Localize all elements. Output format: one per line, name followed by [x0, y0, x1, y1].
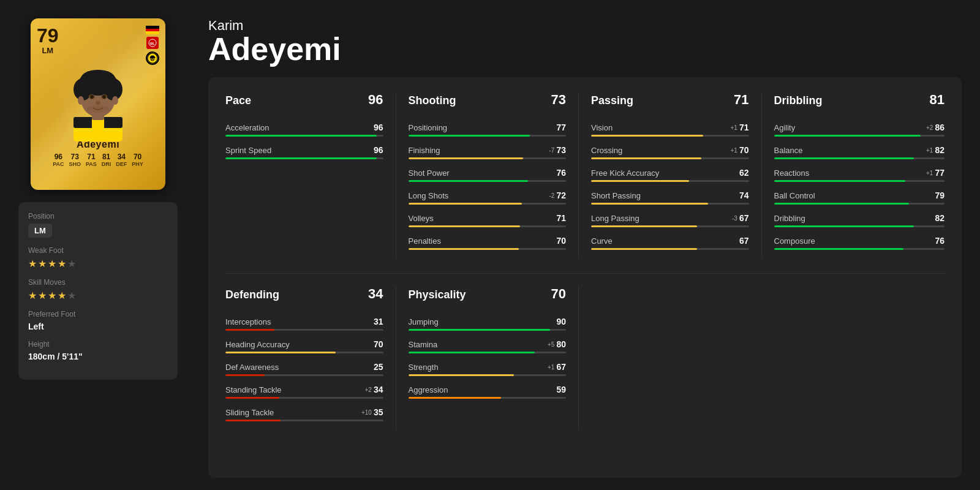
stat-value-group-shooting-0: 77 — [556, 123, 566, 132]
stat-num-passing-5: 67 — [739, 236, 749, 246]
height-value: 180cm / 5'11" — [28, 352, 168, 361]
svg-point-24 — [78, 96, 84, 105]
stat-num-physicality-0: 90 — [556, 317, 566, 326]
stat-num-physicality-2: 67 — [556, 362, 566, 372]
stat-bar-bg-pace-1 — [225, 157, 383, 159]
position-label: Position — [28, 212, 168, 221]
stat-bar-fill-defending-2 — [225, 374, 265, 376]
stat-row-defending-4: Sliding Tackle+1035 — [225, 407, 383, 417]
stat-name-dribbling-1: Balance — [774, 146, 803, 155]
stat-row-shooting-5: Penalties70 — [409, 236, 567, 246]
stat-bar-bg-defending-3 — [225, 397, 383, 399]
stat-item-shooting-1: Finishing-773 — [409, 145, 567, 159]
category-name-physicality: Physicality — [409, 288, 466, 301]
stat-bar-bg-dribbling-4 — [774, 225, 945, 227]
category-header-dribbling: Dribbling81 — [774, 92, 945, 113]
player-name-header: Karim Adeyemi — [208, 18, 962, 65]
stat-badge-defending-4: +10 — [361, 409, 372, 416]
preferred-foot-value: Left — [28, 322, 168, 331]
stat-name-passing-0: Vision — [591, 123, 612, 132]
stat-badge-passing-1: +1 — [731, 147, 737, 154]
stat-bar-bg-physicality-2 — [409, 374, 567, 376]
stat-row-pace-0: Acceleration96 — [225, 123, 383, 132]
stat-name-passing-3: Short Passing — [591, 191, 641, 200]
empty-col-1 — [591, 286, 762, 430]
stat-name-dribbling-0: Agility — [774, 123, 796, 132]
stat-bar-fill-passing-3 — [591, 203, 708, 205]
stat-bar-fill-shooting-2 — [409, 180, 529, 182]
card-rating-number: 79 — [37, 26, 59, 45]
stat-value-group-shooting-3: -272 — [549, 190, 566, 200]
stat-item-shooting-2: Shot Power76 — [409, 168, 567, 182]
stat-badge-dribbling-1: +1 — [926, 147, 933, 154]
stat-bar-fill-passing-5 — [591, 248, 697, 250]
category-value-shooting: 73 — [551, 92, 566, 108]
svg-text:BL: BL — [150, 42, 155, 45]
stat-item-dribbling-5: Composure76 — [774, 236, 945, 250]
stat-item-defending-1: Heading Accuracy70 — [225, 339, 383, 353]
stat-item-passing-3: Short Passing74 — [591, 190, 749, 205]
card-stat-dri: 81 DRI — [102, 153, 111, 167]
stat-bar-fill-pace-1 — [225, 157, 377, 159]
player-last-name: Adeyemi — [208, 33, 962, 65]
stat-item-shooting-3: Long Shots-272 — [409, 190, 567, 205]
stat-bar-fill-dribbling-3 — [774, 203, 909, 205]
stat-bar-fill-physicality-3 — [409, 397, 502, 399]
category-name-defending: Defending — [225, 288, 279, 301]
card-stat-pac: 96 PAC — [53, 153, 64, 167]
stat-bar-fill-defending-3 — [225, 397, 279, 399]
stat-name-physicality-0: Jumping — [409, 317, 439, 326]
stat-bar-fill-shooting-1 — [409, 157, 524, 159]
stat-name-defending-0: Interceptions — [225, 317, 271, 326]
svg-point-23 — [96, 101, 100, 105]
stat-value-group-defending-0: 31 — [374, 317, 383, 326]
stat-category-pace: Pace96Acceleration96Sprint Speed96 — [225, 92, 396, 258]
stat-bar-bg-pace-0 — [225, 135, 383, 137]
stat-badge-dribbling-0: +2 — [926, 124, 933, 131]
stat-item-defending-4: Sliding Tackle+1035 — [225, 407, 383, 421]
stat-name-defending-1: Heading Accuracy — [225, 340, 290, 349]
stat-value-group-passing-2: 62 — [739, 168, 749, 178]
category-name-pace: Pace — [225, 94, 251, 107]
stat-bar-fill-physicality-2 — [409, 374, 514, 376]
stat-bar-fill-dribbling-5 — [774, 248, 904, 250]
stat-name-dribbling-4: Dribbling — [774, 214, 805, 223]
stat-row-dribbling-3: Ball Control79 — [774, 190, 945, 200]
stat-row-pace-1: Sprint Speed96 — [225, 145, 383, 155]
stat-name-physicality-3: Aggression — [409, 385, 448, 394]
stat-row-dribbling-1: Balance+182 — [774, 145, 945, 155]
stat-name-shooting-1: Finishing — [409, 146, 440, 155]
stat-name-dribbling-3: Ball Control — [774, 191, 815, 200]
stat-value-group-passing-3: 74 — [739, 190, 749, 200]
stat-item-dribbling-1: Balance+182 — [774, 145, 945, 159]
stat-value-group-pace-0: 96 — [374, 123, 383, 132]
stat-row-shooting-2: Shot Power76 — [409, 168, 567, 178]
stat-value-group-defending-2: 25 — [374, 362, 383, 372]
stat-value-group-dribbling-0: +286 — [926, 123, 944, 132]
stat-bar-bg-passing-0 — [591, 135, 749, 137]
stat-value-group-passing-4: -367 — [732, 213, 748, 223]
category-value-defending: 34 — [368, 286, 383, 302]
stat-item-defending-0: Interceptions31 — [225, 317, 383, 331]
stat-category-passing: Passing71Vision+171Crossing+170Free Kick… — [591, 92, 762, 258]
stat-row-dribbling-0: Agility+286 — [774, 123, 945, 132]
category-value-pace: 96 — [368, 92, 383, 108]
card-header: 79 LM BL — [37, 26, 159, 65]
stat-num-pace-1: 96 — [374, 145, 383, 155]
stat-value-group-shooting-2: 76 — [556, 168, 566, 178]
category-header-shooting: Shooting73 — [409, 92, 567, 113]
stat-bar-bg-defending-2 — [225, 374, 383, 376]
stats-grid-bottom: Defending34Interceptions31Heading Accura… — [225, 273, 944, 430]
star-4: ★ — [58, 258, 66, 270]
stat-item-shooting-0: Positioning77 — [409, 123, 567, 137]
svg-point-22 — [102, 95, 106, 99]
stat-num-defending-0: 31 — [374, 317, 383, 326]
stat-bar-fill-physicality-1 — [409, 352, 535, 353]
stat-row-passing-0: Vision+171 — [591, 123, 749, 132]
stat-value-group-dribbling-3: 79 — [935, 190, 944, 200]
stat-bar-fill-shooting-5 — [409, 248, 519, 250]
svg-rect-12 — [92, 117, 104, 141]
stat-item-physicality-2: Strength+167 — [409, 362, 567, 376]
stat-bar-bg-physicality-1 — [409, 352, 567, 353]
stat-badge-shooting-1: -7 — [549, 147, 555, 154]
